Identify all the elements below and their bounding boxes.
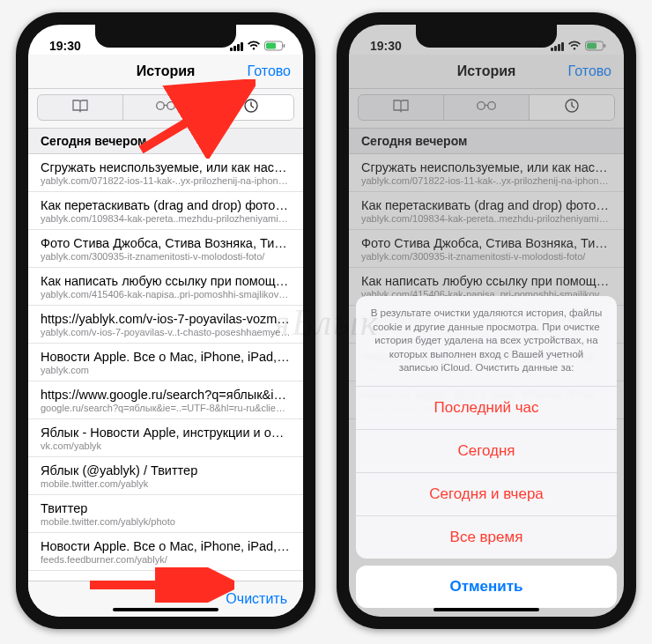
home-indicator[interactable] [113, 608, 219, 611]
history-row-title: https://www.google.ru/search?q=яблык&ie=… [41, 388, 291, 402]
history-row[interactable]: https://yablyk.com/v-ios-7-poyavilas-voz… [28, 306, 303, 344]
tab-bookmarks[interactable] [38, 95, 123, 120]
status-icons [230, 41, 285, 53]
history-row-title: Новости Apple. Все о Mac, iPhone, iPad, … [41, 539, 291, 553]
book-icon [71, 99, 89, 116]
history-row-url: yablyk.com/071822-ios-11-kak-..yx-priloz… [41, 175, 291, 186]
history-row[interactable]: Яблык - Новости Apple, инструкции и обзо… [28, 419, 303, 457]
history-row-url: yablyk.com/300935-it-znamenitosti-v-molo… [41, 251, 291, 262]
clock-icon [243, 98, 259, 117]
history-row-title: Твиттер [41, 501, 291, 515]
tab-reading-list[interactable] [123, 95, 209, 120]
status-time: 19:30 [49, 39, 81, 53]
tab-history[interactable] [209, 95, 293, 120]
action-sheet-option[interactable]: Последний час [356, 387, 617, 430]
glasses-icon [154, 100, 177, 115]
wifi-icon [247, 41, 261, 53]
done-button[interactable]: Готово [248, 63, 291, 79]
clear-button[interactable]: Очистить [226, 591, 287, 607]
history-row-title: https://yablyk.com/v-ios-7-poyavilas-voz… [41, 312, 291, 326]
home-indicator[interactable] [433, 608, 539, 611]
battery-icon [264, 41, 285, 53]
history-row-url: feeds.feedburner.com/yablyk/ [41, 554, 291, 565]
history-row-url: vk.com/yablyk [41, 440, 291, 451]
history-row-url: yablyk.com [41, 365, 291, 375]
action-sheet-option[interactable]: Сегодня [356, 430, 617, 473]
history-row[interactable]: Фото Стива Джобса, Стива Возняка, Тима К… [28, 230, 303, 268]
action-sheet: В результате очистки удаляются история, … [356, 296, 617, 608]
action-sheet-option[interactable]: Сегодня и вчера [356, 473, 617, 516]
section-header: Сегодня вечером [28, 129, 303, 154]
history-row-url: yablyk.com/v-ios-7-poyavilas-v..t-chasto… [41, 327, 291, 337]
history-row[interactable]: Твиттерmobile.twitter.com/yablyk/photo [28, 495, 303, 533]
history-row-title: Фото Стива Джобса, Стива Возняка, Тима К… [41, 236, 291, 250]
svg-point-4 [167, 102, 175, 110]
history-row-title: Сгружать неиспользуемые, или как настрои… [41, 160, 291, 174]
history-row-url: yablyk.com/109834-kak-pereta..mezhdu-pri… [41, 213, 291, 224]
svg-point-3 [157, 102, 165, 110]
history-row[interactable]: Как перетаскивать (drag and drop) фото, … [28, 192, 303, 230]
page-title: История [137, 63, 196, 79]
history-row-url: yablyk.com/415406-kak-napisa..pri-pomosh… [41, 289, 291, 300]
signal-icon [230, 42, 243, 51]
action-sheet-option[interactable]: Все время [356, 516, 617, 559]
history-row[interactable]: Сгружать неиспользуемые, или как настрои… [28, 154, 303, 192]
phone-left: 19:30 История Готово [16, 12, 315, 629]
phone-right: 19:30 История Готово [337, 12, 636, 629]
history-row-title: Новости Apple. Все о Mac, iPhone, iPad, … [41, 350, 291, 364]
history-row-url: google.ru/search?q=яблык&ie=..=UTF-8&hl=… [41, 403, 291, 413]
action-sheet-cancel[interactable]: Отменить [356, 566, 617, 608]
nav-bar: История Готово [28, 55, 303, 89]
action-sheet-message: В результате очистки удаляются история, … [356, 296, 617, 387]
history-row[interactable]: https://www.google.ru/search?q=яблык&ie=… [28, 381, 303, 419]
history-row-title: Яблык - Новости Apple, инструкции и обзо… [41, 426, 291, 440]
segmented-control-row [28, 89, 303, 129]
history-row[interactable]: Яблык (@yablyk) / Твиттерmobile.twitter.… [28, 457, 303, 495]
history-row-title: Яблык (@yablyk) / Твиттер [41, 463, 291, 477]
history-list[interactable]: Сгружать неиспользуемые, или как настрои… [28, 154, 303, 581]
segmented-control [37, 94, 294, 121]
notch [416, 25, 557, 48]
notch [95, 25, 236, 48]
history-row[interactable]: Как написать любую ссылку при помощи см.… [28, 268, 303, 306]
svg-rect-1 [284, 44, 285, 48]
history-row-title: Как написать любую ссылку при помощи см.… [41, 274, 291, 288]
history-row-url: mobile.twitter.com/yablyk/photo [41, 516, 291, 527]
history-row[interactable]: Новости Apple. Все о Mac, iPhone, iPad, … [28, 344, 303, 381]
history-row-url: mobile.twitter.com/yablyk [41, 478, 291, 489]
svg-rect-2 [266, 43, 276, 49]
history-row[interactable]: Новости Apple. Все о Mac, iPhone, iPad, … [28, 533, 303, 571]
history-row-title: Как перетаскивать (drag and drop) фото, … [41, 198, 291, 212]
